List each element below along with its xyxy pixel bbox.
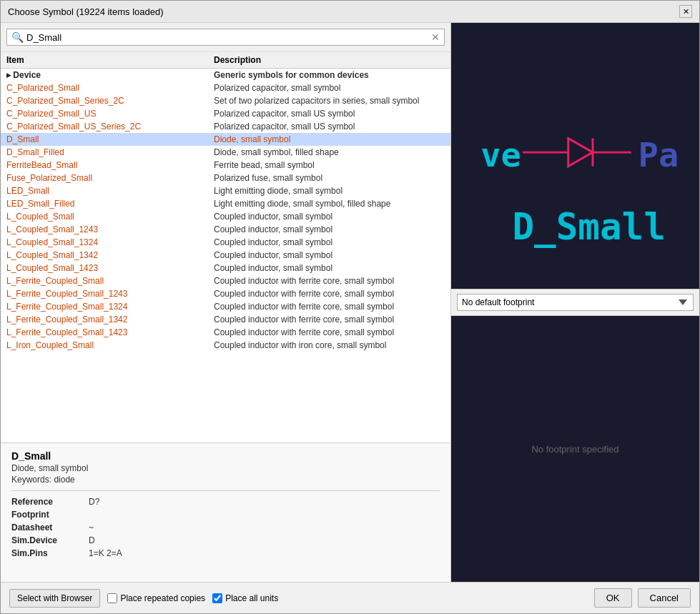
list-row[interactable]: C_Polarized_Small_USPolarized capacitor,… [1, 107, 450, 120]
item-name: L_Coupled_Small_1342 [6, 250, 214, 260]
datasheet-label: Datasheet [11, 523, 83, 533]
item-desc: Coupled inductor with ferrite core, smal… [214, 276, 445, 286]
list-row[interactable]: L_Coupled_Small_1342Coupled inductor, sm… [1, 249, 450, 262]
list-row[interactable]: L_Coupled_Small_1423Coupled inductor, sm… [1, 262, 450, 274]
list-row[interactable]: L_Ferrite_Coupled_Small_1243Coupled indu… [1, 287, 450, 300]
select-with-browser-button[interactable]: Select with Browser [9, 589, 100, 608]
footer-left: Select with Browser Place repeated copie… [9, 589, 278, 608]
list-row[interactable]: L_Ferrite_Coupled_Small_1342Coupled indu… [1, 313, 450, 326]
item-name: C_Polarized_Small_Series_2C [6, 96, 214, 106]
item-name: L_Ferrite_Coupled_Small_1324 [6, 302, 214, 312]
info-name: D_Small [11, 450, 440, 462]
item-name: L_Ferrite_Coupled_Small [6, 276, 214, 286]
place-repeated-label[interactable]: Place repeated copies [107, 593, 205, 603]
item-desc: Coupled inductor, small symbol [214, 237, 445, 247]
list-row[interactable]: LED_SmallLight emitting diode, small sym… [1, 184, 450, 197]
item-name: L_Ferrite_Coupled_Small_1243 [6, 289, 214, 299]
dialog-body: 🔍 ✕ Item Description ▸ DeviceGeneric sym… [1, 23, 699, 582]
title-bar: Choose Symbol (19224 items loaded) ✕ [1, 1, 699, 23]
item-name: D_Small_Filled [6, 147, 214, 157]
place-all-units-text: Place all units [225, 593, 278, 603]
search-bar: 🔍 ✕ [1, 23, 450, 52]
item-desc: Coupled inductor with ferrite core, smal… [214, 315, 445, 325]
item-name: L_Coupled_Small_1324 [6, 237, 214, 247]
item-name: C_Polarized_Small [6, 83, 214, 93]
item-desc: Set of two polarized capacitors in serie… [214, 96, 445, 106]
item-name: LED_Small_Filled [6, 199, 214, 209]
place-all-units-checkbox[interactable] [212, 593, 222, 603]
svg-text:D_Small: D_Small [512, 206, 665, 248]
reference-value: D? [89, 497, 440, 507]
place-repeated-checkbox[interactable] [107, 593, 117, 603]
item-desc: Coupled inductor with ferrite core, smal… [214, 289, 445, 299]
svg-text:Pa: Pa [639, 135, 679, 174]
simpins-value: 1=K 2=A [89, 548, 440, 558]
list-row[interactable]: L_Coupled_Small_1243Coupled inductor, sm… [1, 223, 450, 236]
place-all-units-label[interactable]: Place all units [212, 593, 278, 603]
footprint-label: Footprint [11, 510, 83, 520]
ok-button[interactable]: OK [594, 588, 632, 608]
list-row[interactable]: L_Ferrite_Coupled_SmallCoupled inductor … [1, 274, 450, 287]
close-button[interactable]: ✕ [679, 5, 692, 18]
info-table: Reference D? Footprint Datasheet ~ Sim.D… [11, 497, 440, 558]
simpins-label: Sim.Pins [11, 548, 83, 558]
list-row[interactable]: LED_Small_FilledLight emitting diode, sm… [1, 197, 450, 210]
svg-text:ve: ve [480, 135, 521, 174]
list-row[interactable]: C_Polarized_SmallPolarized capacitor, sm… [1, 81, 450, 94]
list-row[interactable]: D_SmallDiode, small symbol [1, 133, 450, 146]
item-desc: Polarized capacitor, small US symbol [214, 109, 445, 119]
item-desc: Coupled inductor, small symbol [214, 212, 445, 222]
item-desc: Coupled inductor with iron core, small s… [214, 340, 445, 350]
info-panel: D_Small Diode, small symbol Keywords: di… [1, 442, 450, 582]
item-name: L_Ferrite_Coupled_Small_1342 [6, 315, 214, 325]
list-header: Item Description [1, 52, 450, 69]
list-row[interactable]: Fuse_Polarized_SmallPolarized fuse, smal… [1, 172, 450, 184]
col-item-header: Item [6, 55, 214, 65]
keywords-value: diode [54, 475, 74, 485]
item-desc: Polarized fuse, small symbol [214, 173, 445, 183]
search-clear-button[interactable]: ✕ [431, 32, 440, 42]
footprint-dropdown-row: No default footprint [451, 289, 699, 316]
list-row[interactable]: D_Small_FilledDiode, small symbol, fille… [1, 146, 450, 159]
cancel-button[interactable]: Cancel [638, 588, 691, 608]
list-row[interactable]: L_Ferrite_Coupled_Small_1423Coupled indu… [1, 326, 450, 339]
item-name: L_Coupled_Small_1423 [6, 263, 214, 273]
item-desc: Generic symbols for common devices [214, 70, 445, 80]
choose-symbol-dialog: Choose Symbol (19224 items loaded) ✕ 🔍 ✕… [0, 0, 700, 614]
item-desc: Coupled inductor, small symbol [214, 263, 445, 273]
list-rows-container: ▸ DeviceGeneric symbols for common devic… [1, 69, 450, 352]
info-description: Diode, small symbol [11, 463, 440, 473]
col-desc-header: Description [214, 55, 445, 65]
item-name: LED_Small [6, 186, 214, 196]
keywords-label: Keywords: [11, 475, 51, 485]
simdevice-value: D [89, 535, 440, 545]
item-name: FerriteBead_Small [6, 160, 214, 170]
item-desc: Coupled inductor with ferrite core, smal… [214, 327, 445, 337]
list-row[interactable]: C_Polarized_Small_Series_2CSet of two po… [1, 94, 450, 107]
symbol-preview: ve Pa [451, 23, 699, 289]
item-desc: Light emitting diode, small symbol, fill… [214, 199, 445, 209]
list-row[interactable]: FerriteBead_SmallFerrite bead, small sym… [1, 159, 450, 172]
list-row[interactable]: L_Coupled_SmallCoupled inductor, small s… [1, 210, 450, 223]
list-row[interactable]: L_Iron_Coupled_SmallCoupled inductor wit… [1, 339, 450, 352]
left-panel: 🔍 ✕ Item Description ▸ DeviceGeneric sym… [1, 23, 451, 582]
search-box: 🔍 ✕ [6, 29, 445, 46]
item-name: Fuse_Polarized_Small [6, 173, 214, 183]
item-desc: Ferrite bead, small symbol [214, 160, 445, 170]
search-input[interactable] [26, 32, 428, 43]
item-desc: Coupled inductor, small symbol [214, 250, 445, 260]
list-row[interactable]: L_Ferrite_Coupled_Small_1324Coupled indu… [1, 300, 450, 313]
list-row[interactable]: ▸ DeviceGeneric symbols for common devic… [1, 69, 450, 81]
item-name: L_Coupled_Small [6, 212, 214, 222]
list-row[interactable]: L_Coupled_Small_1324Coupled inductor, sm… [1, 236, 450, 249]
info-divider [11, 490, 440, 491]
footprint-select[interactable]: No default footprint [457, 294, 694, 311]
list-row[interactable]: C_Polarized_Small_US_Series_2CPolarized … [1, 120, 450, 133]
right-panel: ve Pa [451, 23, 699, 582]
symbol-list[interactable]: Item Description ▸ DeviceGeneric symbols… [1, 52, 450, 442]
item-name: L_Iron_Coupled_Small [6, 340, 214, 350]
item-desc: Diode, small symbol [214, 134, 445, 144]
item-desc: Polarized capacitor, small US symbol [214, 122, 445, 132]
search-icon: 🔍 [11, 31, 24, 43]
item-name: C_Polarized_Small_US_Series_2C [6, 122, 214, 132]
